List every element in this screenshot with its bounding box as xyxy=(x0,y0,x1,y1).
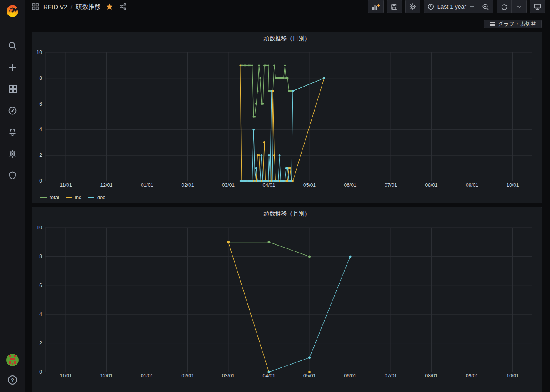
svg-text:0: 0 xyxy=(39,369,42,375)
save-dashboard-button[interactable] xyxy=(387,0,402,13)
svg-text:07/01: 07/01 xyxy=(385,373,397,379)
legend-item-dec[interactable]: dec xyxy=(88,195,105,201)
svg-text:8: 8 xyxy=(39,253,42,259)
cycle-view-mode-button[interactable] xyxy=(530,0,545,13)
panel-monthly: 頭数推移（月別） 024681011/0112/0101/0102/0103/0… xyxy=(32,207,542,392)
breadcrumb-page[interactable]: 頭数推移 xyxy=(76,3,101,11)
svg-text:01/01: 01/01 xyxy=(141,182,153,188)
sidebar-item-help[interactable]: ? xyxy=(5,374,20,386)
add-panel-icon xyxy=(372,3,380,10)
dashboard-panels: 頭数推移（日別） 024681011/0112/0101/0102/0103/0… xyxy=(32,32,542,392)
graph-table-toggle-label: グラフ・表切替 xyxy=(498,20,536,28)
grafana-logo[interactable] xyxy=(0,0,25,23)
breadcrumb: RFID V2 / 頭数推移 xyxy=(43,3,101,11)
chevron-down-icon xyxy=(517,4,522,9)
breadcrumb-separator: / xyxy=(71,3,72,10)
search-icon xyxy=(8,41,17,50)
svg-text:07/01: 07/01 xyxy=(385,182,397,188)
legend-swatch-total xyxy=(40,197,47,198)
monthly-chart-canvas[interactable]: 024681011/0112/0101/0102/0103/0104/0105/… xyxy=(32,207,542,392)
svg-text:09/01: 09/01 xyxy=(466,373,478,379)
svg-text:6: 6 xyxy=(39,283,42,288)
zoom-out-icon xyxy=(482,3,489,10)
svg-text:06/01: 06/01 xyxy=(344,182,356,188)
breadcrumb-dashboard[interactable]: RFID V2 xyxy=(43,3,68,10)
zoom-out-time-button[interactable] xyxy=(478,0,493,13)
sidebar-item-dashboards[interactable] xyxy=(5,83,20,95)
daily-chart-legend: totalincdec xyxy=(40,195,105,201)
panel-monthly-title[interactable]: 頭数推移（月別） xyxy=(32,207,542,221)
legend-item-inc[interactable]: inc xyxy=(66,195,81,201)
svg-text:4: 4 xyxy=(39,127,42,132)
legend-swatch-inc xyxy=(66,197,72,198)
svg-text:04/01: 04/01 xyxy=(262,373,275,379)
svg-text:10/01: 10/01 xyxy=(506,182,519,188)
svg-text:4: 4 xyxy=(39,311,42,317)
main-area: RFID V2 / 頭数推移 xyxy=(25,0,550,392)
sub-toolbar: グラフ・表切替 xyxy=(25,20,550,28)
svg-text:01/01: 01/01 xyxy=(141,373,153,379)
refresh-controls xyxy=(497,0,527,13)
plus-icon xyxy=(8,63,17,72)
sidebar-item-create[interactable] xyxy=(5,61,20,74)
svg-text:10/01: 10/01 xyxy=(506,373,519,379)
add-panel-button[interactable] xyxy=(368,0,384,13)
daily-chart-canvas[interactable]: 024681011/0112/0101/0102/0103/0104/0105/… xyxy=(32,32,542,203)
top-navbar: RFID V2 / 頭数推移 xyxy=(25,0,550,13)
legend-label-inc: inc xyxy=(75,195,81,201)
svg-text:06/01: 06/01 xyxy=(344,373,356,379)
svg-text:08/01: 08/01 xyxy=(425,373,438,379)
dashboards-grid-icon xyxy=(8,84,17,94)
bell-icon xyxy=(8,128,17,137)
svg-text:12/01: 12/01 xyxy=(100,373,112,379)
panel-daily-title[interactable]: 頭数推移（日別） xyxy=(32,32,542,45)
compass-icon xyxy=(8,106,17,115)
svg-text:05/01: 05/01 xyxy=(303,182,316,188)
user-avatar xyxy=(6,354,19,366)
svg-text:09/01: 09/01 xyxy=(466,182,478,188)
legend-label-total: total xyxy=(50,195,59,201)
clock-icon xyxy=(428,3,434,10)
help-glyph: ? xyxy=(11,377,14,383)
svg-text:6: 6 xyxy=(39,101,42,107)
svg-text:2: 2 xyxy=(39,152,42,158)
svg-text:05/01: 05/01 xyxy=(303,373,316,379)
svg-text:2: 2 xyxy=(39,340,42,346)
legend-label-dec: dec xyxy=(97,195,105,201)
legend-item-total[interactable]: total xyxy=(40,195,59,201)
shield-icon xyxy=(8,171,17,180)
dashboard-settings-button[interactable] xyxy=(405,0,420,13)
svg-text:0: 0 xyxy=(39,178,42,184)
sidebar-item-explore[interactable] xyxy=(5,104,20,117)
sidebar-item-search[interactable] xyxy=(5,40,20,52)
chevron-down-icon xyxy=(470,4,475,9)
refresh-interval-dropdown[interactable] xyxy=(512,0,527,13)
svg-text:08/01: 08/01 xyxy=(425,182,438,188)
panel-daily: 頭数推移（日別） 024681011/0112/0101/0102/0103/0… xyxy=(32,32,542,203)
help-icon: ? xyxy=(8,375,17,385)
favorite-star-button[interactable] xyxy=(105,2,114,11)
sidebar-item-alerting[interactable] xyxy=(5,126,20,139)
hamburger-icon xyxy=(489,22,495,27)
svg-text:10: 10 xyxy=(37,50,42,55)
sidebar-item-profile[interactable] xyxy=(5,354,20,366)
svg-text:11/01: 11/01 xyxy=(60,373,72,379)
svg-text:11/01: 11/01 xyxy=(60,182,72,188)
time-controls: Last 1 year xyxy=(424,0,493,13)
share-icon xyxy=(119,3,127,10)
grafana-logo-icon xyxy=(5,5,20,19)
legend-swatch-dec xyxy=(88,197,94,198)
sidebar-item-server-admin[interactable] xyxy=(5,169,20,182)
svg-text:02/01: 02/01 xyxy=(181,373,194,379)
svg-text:12/01: 12/01 xyxy=(100,182,112,188)
gear-icon xyxy=(409,3,417,10)
time-range-picker[interactable]: Last 1 year xyxy=(424,0,478,13)
svg-text:02/01: 02/01 xyxy=(181,182,194,188)
refresh-button[interactable] xyxy=(497,0,512,13)
svg-text:03/01: 03/01 xyxy=(222,373,235,379)
sidebar-item-configuration[interactable] xyxy=(5,148,20,160)
graph-table-toggle-button[interactable]: グラフ・表切替 xyxy=(484,20,542,28)
share-button[interactable] xyxy=(118,2,128,11)
sidebar: ? xyxy=(0,0,25,392)
grafana-app: ? RFID V2 / 頭数推移 xyxy=(0,0,550,392)
